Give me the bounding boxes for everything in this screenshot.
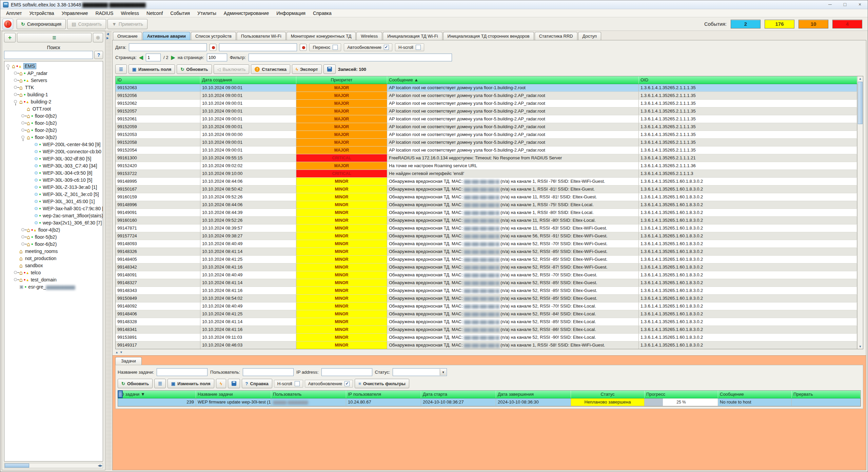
- scrollbar-thumb[interactable]: [858, 82, 863, 124]
- tree-node[interactable]: ⌂●floor-0(b2): [4, 112, 103, 119]
- refresh-button[interactable]: ↻ Обновить: [177, 64, 212, 74]
- hscroll-checkbox[interactable]: [416, 45, 421, 50]
- task-column-header-3[interactable]: IP пользователя: [346, 391, 421, 398]
- alarm-column-header-3[interactable]: Сообщение ▲: [387, 76, 639, 84]
- alarm-column-header-4[interactable]: OID: [639, 76, 857, 84]
- task-column-header-5[interactable]: Дата завершения: [496, 391, 571, 398]
- table-row[interactable]: 9915206310.10.2024 09:00:01MAJORAP locat…: [116, 84, 857, 92]
- table-row[interactable]: 9914809110.10.2024 08:40:49MINORОбнаруже…: [116, 271, 857, 279]
- tree-expander-icon[interactable]: [21, 136, 24, 139]
- tree-node[interactable]: ⌂●▲test_domain: [4, 276, 103, 283]
- event-counter-3[interactable]: 4: [832, 20, 862, 28]
- alarm-column-header-0[interactable]: ID: [116, 76, 200, 84]
- event-counter-1[interactable]: 176: [765, 20, 794, 28]
- records-icon-button[interactable]: [323, 64, 336, 74]
- clear-filters-button[interactable]: ≡ Очистить фильтры: [355, 379, 409, 388]
- tree-node[interactable]: ⌂not_production: [4, 255, 103, 262]
- tab-9[interactable]: Доступ: [578, 32, 601, 40]
- task-column-header-0[interactable]: ID задачи ▼: [118, 391, 196, 398]
- menu-item-10[interactable]: Справка: [309, 10, 335, 17]
- sync-button[interactable]: ↻ Синхронизация: [17, 19, 66, 29]
- tree-node[interactable]: ⌂●▲building-2: [4, 98, 103, 105]
- menu-item-9[interactable]: Информация: [273, 10, 309, 17]
- tree-node[interactable]: ⌂●▲EMS: [4, 62, 103, 70]
- tree-expander-icon[interactable]: [14, 72, 17, 75]
- tree-expander-icon[interactable]: [21, 114, 24, 117]
- tree-node[interactable]: ⌂sandbox: [4, 262, 103, 269]
- apply-button[interactable]: ▼ Применить: [107, 19, 147, 29]
- tree-node[interactable]: ⊙●WEP-30L-309-c6:10 [5]: [4, 176, 103, 183]
- menu-item-1[interactable]: Устройства: [25, 10, 58, 17]
- table-row[interactable]: 9914832810.10.2024 08:41:14MINORОбнаруже…: [116, 318, 857, 326]
- collapse-up-icon[interactable]: ▲: [115, 351, 118, 354]
- date-from-input[interactable]: [129, 43, 207, 51]
- task-column-header-9[interactable]: Прервать: [792, 391, 861, 398]
- tab-8[interactable]: Статистика RRD: [535, 32, 577, 40]
- autorefresh-checkbox[interactable]: ✓: [384, 45, 389, 50]
- task-hscroll-checkbox[interactable]: [295, 381, 300, 386]
- menu-item-8[interactable]: Администрирование: [220, 10, 273, 17]
- tree-node[interactable]: ⊙●WEP-30L-303_C7:40 [34]: [4, 162, 103, 169]
- hscroll-checkbox-group[interactable]: H-scroll: [395, 43, 424, 51]
- filter-input[interactable]: [249, 54, 452, 61]
- task-column-header-2[interactable]: Пользователь: [271, 391, 346, 398]
- tree-expander-icon[interactable]: [21, 235, 24, 238]
- table-row[interactable]: 9914787110.10.2024 08:39:57MINORОбнаруже…: [116, 224, 857, 232]
- task-column-header-4[interactable]: Дата старта: [421, 391, 496, 398]
- alarm-vertical-scrollbar[interactable]: ▲ ▼: [857, 76, 863, 349]
- table-row[interactable]: 9916015910.10.2024 09:52:26MINORОбнаруже…: [116, 193, 857, 201]
- minimize-button[interactable]: ─: [825, 1, 835, 8]
- table-row[interactable]: 9915205310.10.2024 09:00:00MAJORAP locat…: [116, 131, 857, 139]
- calendar-icon[interactable]: [210, 44, 216, 51]
- table-row[interactable]: 9914931710.10.2024 08:46:03MINORОбнаруже…: [116, 341, 857, 349]
- tree-node[interactable]: ⌂meeting_rooms: [4, 248, 103, 255]
- search-help-button[interactable]: ?: [94, 51, 103, 59]
- table-row[interactable]: 9915772410.10.2024 09:38:27MINORОбнаруже…: [116, 232, 857, 240]
- next-page-icon[interactable]: ▶: [171, 54, 175, 60]
- tree-node[interactable]: ⊙●WEP-30L-Z_301_3e:c0 [5]: [4, 191, 103, 198]
- tree-node[interactable]: ⊙●WEP-200L-connector-cb:b0 [1]: [4, 148, 103, 155]
- disable-button[interactable]: ◁ Выключить: [214, 64, 250, 74]
- add-node-button[interactable]: +: [4, 33, 16, 42]
- menu-item-3[interactable]: RADIUS: [92, 10, 117, 17]
- table-row[interactable]: 9916016010.10.2024 09:52:26MINORОбнаруже…: [116, 217, 857, 224]
- per-page-input[interactable]: [207, 54, 227, 61]
- scroll-up-icon[interactable]: ▲: [857, 77, 863, 80]
- tree-node[interactable]: ⊙●wep-3ax(2v1)_306_6f:30 [7]: [4, 219, 103, 226]
- task-column-header-1[interactable]: Название задачи: [196, 391, 271, 398]
- task-column-header-8[interactable]: Сообщение: [718, 391, 792, 398]
- table-row[interactable]: 9914899510.10.2024 08:44:06MINORОбнаруже…: [116, 178, 857, 185]
- tree-node[interactable]: ⌂●building-1: [4, 91, 103, 98]
- table-row[interactable]: 9915205610.10.2024 09:00:01MAJORAP locat…: [116, 92, 857, 100]
- prev-page-icon[interactable]: ◀: [139, 54, 143, 60]
- columns-button[interactable]: ☰: [115, 64, 127, 74]
- tree-node[interactable]: ⊙●WEP-30L-302-df:80 [5]: [4, 155, 103, 162]
- tree-node[interactable]: ⌂TTK: [4, 84, 103, 91]
- scroll-down-icon[interactable]: ▼: [857, 345, 863, 348]
- table-row[interactable]: 9915016710.10.2024 08:50:42MINORОбнаруже…: [116, 185, 857, 193]
- table-row[interactable]: 9914834110.10.2024 08:41:16MINORОбнаруже…: [116, 326, 857, 334]
- tree-node[interactable]: ⌂●floor-6(b2): [4, 240, 103, 248]
- tab-6[interactable]: Инициализация ТД Wi-Fi: [383, 32, 442, 40]
- alarm-indicator-button[interactable]: !: [2, 19, 13, 29]
- chevron-down-icon[interactable]: ▼: [440, 369, 446, 375]
- event-counter-0[interactable]: 2: [731, 20, 761, 28]
- task-refresh-button[interactable]: ↻ Обновить: [118, 379, 153, 388]
- page-input[interactable]: [146, 54, 161, 61]
- table-row[interactable]: 9916130010.10.2024 09:55:15CRITICALFreeR…: [116, 154, 857, 162]
- tree-expander-icon[interactable]: [14, 79, 17, 82]
- tree-node[interactable]: ⌂●floor-2(b2): [4, 126, 103, 134]
- task-export-button[interactable]: ϟ: [216, 379, 226, 388]
- tree-expander-icon[interactable]: [14, 86, 17, 89]
- tree-expander-icon[interactable]: [14, 93, 17, 96]
- menu-item-7[interactable]: Утилиты: [194, 10, 220, 17]
- table-row[interactable]: 9914834310.10.2024 08:41:16MINORОбнаруже…: [116, 287, 857, 295]
- task-status-select[interactable]: ▼: [393, 368, 447, 376]
- tab-0[interactable]: Описание: [113, 32, 142, 40]
- table-row[interactable]: 9915372210.10.2024 09:10:00CRITICALНе на…: [116, 170, 857, 178]
- tree-node[interactable]: ⊙●wep-2ac-smart_3floor(stairs)_80:20: [4, 212, 103, 219]
- menu-item-2[interactable]: Управление: [58, 10, 92, 17]
- menu-item-5[interactable]: Netconf: [143, 10, 166, 17]
- tab-tasks[interactable]: Задачи: [115, 357, 142, 365]
- scrollbar-thumb[interactable]: [5, 464, 29, 468]
